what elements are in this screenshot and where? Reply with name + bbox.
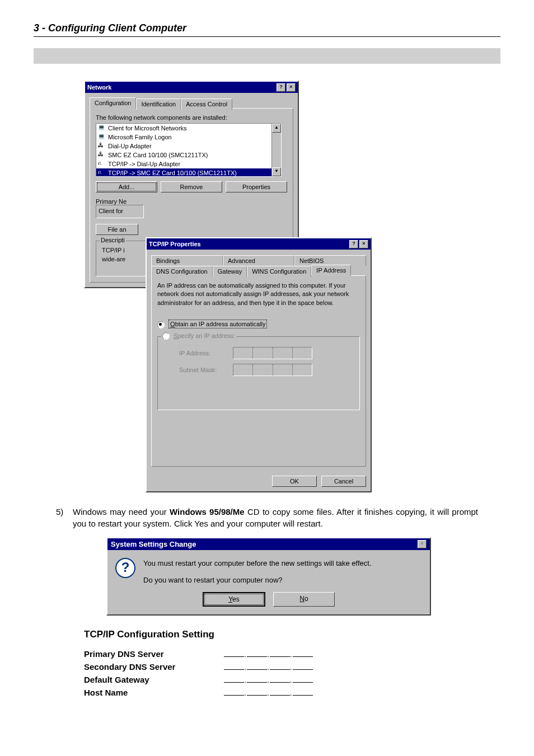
scroll-up-icon[interactable]: ▲ <box>272 124 281 133</box>
config-label: Secondary DNS Server <box>84 662 224 672</box>
messagebox-line2: Do you want to restart your computer now… <box>143 575 372 586</box>
client-icon: 💻 <box>98 124 106 132</box>
list-item-selected[interactable]: ⎌TCP/IP -> SMC EZ Card 10/100 (SMC1211TX… <box>96 168 281 177</box>
ip-address-field <box>233 347 312 359</box>
file-print-sharing-button[interactable]: File an <box>96 224 138 235</box>
listbox-scrollbar[interactable]: ▲ ▼ <box>271 124 281 176</box>
list-item[interactable]: 💻Client for Microsoft Networks <box>96 124 281 133</box>
chapter-underline <box>34 36 500 37</box>
cancel-button[interactable]: Cancel <box>321 476 366 487</box>
config-label: Host Name <box>84 688 224 697</box>
help-icon[interactable]: ? <box>277 83 285 92</box>
list-item-label: Microsoft Family Logon <box>108 134 172 140</box>
radio-obtain-label: Obtain an IP address automatically <box>168 320 267 328</box>
blank-ip-field: ... <box>224 675 313 684</box>
properties-button[interactable]: Properties <box>226 181 287 192</box>
radio-checked-icon <box>157 321 165 328</box>
tab-gateway[interactable]: Gateway <box>213 266 247 277</box>
description-text: TCP/IP i <box>102 247 144 253</box>
network-titlebar: Network ? × <box>85 82 298 93</box>
config-row: Default Gateway ... <box>84 675 500 684</box>
radio-obtain-auto[interactable]: Obtain an IP address automatically <box>157 321 267 327</box>
chapter-title: 3 - Configuring Client Computer <box>34 22 500 36</box>
tcpip-titlebar: TCP/IP Properties ? × <box>147 238 371 250</box>
remove-button[interactable]: Remove <box>161 181 222 192</box>
blank-ip-field: ... <box>224 688 313 697</box>
config-label: Primary DNS Server <box>84 649 224 659</box>
list-item[interactable]: 💻Microsoft Family Logon <box>96 133 281 142</box>
tcpip-config-section-title: TCP/IP Configuration Setting <box>84 629 500 640</box>
network-tabs: Configuration Identification Access Cont… <box>90 97 293 109</box>
step-text: Windows may need your Windows 95/98/Me C… <box>73 506 478 529</box>
primary-logon-combo[interactable]: Client for <box>96 205 144 218</box>
description-group-label: Descripti <box>100 237 126 243</box>
installed-components-label: The following network components are ins… <box>96 114 287 121</box>
tab-advanced[interactable]: Advanced <box>223 255 294 266</box>
subnet-mask-label: Subnet Mask: <box>179 367 227 373</box>
scroll-down-icon[interactable]: ▼ <box>272 167 281 176</box>
protocol-icon: ⎌ <box>98 160 106 168</box>
ip-address-label: IP Address: <box>179 350 227 356</box>
description-text-2: wide-are <box>102 256 144 262</box>
tab-identification[interactable]: Identification <box>136 98 181 110</box>
tab-configuration[interactable]: Configuration <box>90 97 136 109</box>
protocol-icon: ⎌ <box>98 169 106 177</box>
blank-ip-field: ... <box>224 663 313 672</box>
close-icon[interactable]: × <box>359 240 368 248</box>
subnet-mask-field <box>233 364 312 376</box>
primary-logon-label: Primary Ne <box>96 198 287 205</box>
step-number: 5) <box>56 506 73 529</box>
components-listbox[interactable]: 💻Client for Microsoft Networks 💻Microsof… <box>96 123 282 177</box>
tab-wins-config[interactable]: WINS Configuration <box>247 266 311 277</box>
messagebox-title: System Settings Change <box>111 540 196 548</box>
list-item[interactable]: ⎌TCP/IP -> Dial-Up Adapter <box>96 159 281 168</box>
config-row: Secondary DNS Server ... <box>84 662 500 672</box>
client-icon: 💻 <box>98 133 106 141</box>
close-icon[interactable]: × <box>287 83 296 92</box>
tab-dns-config[interactable]: DNS Configuration <box>151 266 213 277</box>
config-label: Default Gateway <box>84 675 224 684</box>
restart-messagebox: System Settings Change × ? You must rest… <box>106 537 431 616</box>
header-band <box>34 48 500 64</box>
network-title-text: Network <box>87 84 111 91</box>
list-item-label: Client for Microsoft Networks <box>108 125 187 132</box>
list-item-label: SMC EZ Card 10/100 (SMC1211TX) <box>108 152 208 158</box>
radio-specify-ip[interactable]: Specify an IP address: <box>161 332 236 340</box>
tcpip-properties-dialog: TCP/IP Properties ? × Bindings Advanced … <box>146 237 372 492</box>
help-icon[interactable]: ? <box>349 240 358 248</box>
no-button[interactable]: No <box>273 592 335 607</box>
ok-button[interactable]: OK <box>272 476 317 487</box>
list-item-label: TCP/IP -> Dial-Up Adapter <box>108 161 180 167</box>
tab-bindings[interactable]: Bindings <box>151 255 223 266</box>
adapter-icon: 🖧 <box>98 142 106 150</box>
close-icon[interactable]: × <box>418 540 427 548</box>
list-item[interactable]: 🖧SMC EZ Card 10/100 (SMC1211TX) <box>96 151 281 159</box>
config-row: Primary DNS Server ... <box>84 649 500 659</box>
tab-ip-address[interactable]: IP Address <box>311 265 351 276</box>
tcpip-title-text: TCP/IP Properties <box>149 241 201 247</box>
messagebox-line1: You must restart your computer before th… <box>143 558 372 569</box>
ip-info-text: An IP address can be automatically assig… <box>157 281 360 307</box>
list-item-label: TCP/IP -> SMC EZ Card 10/100 (SMC1211TX) <box>108 170 237 176</box>
add-button[interactable]: Add... <box>96 181 157 192</box>
adapter-icon: 🖧 <box>98 151 106 159</box>
blank-ip-field: ... <box>224 650 313 659</box>
list-item-label: Dial-Up Adapter <box>108 143 152 149</box>
list-item[interactable]: 🖧Dial-Up Adapter <box>96 142 281 151</box>
radio-unchecked-icon <box>162 332 170 340</box>
question-icon: ? <box>115 558 135 578</box>
config-row: Host Name ... <box>84 688 500 697</box>
yes-button[interactable]: Yes <box>203 592 265 607</box>
tab-access-control[interactable]: Access Control <box>181 98 232 110</box>
messagebox-titlebar: System Settings Change × <box>107 538 430 550</box>
